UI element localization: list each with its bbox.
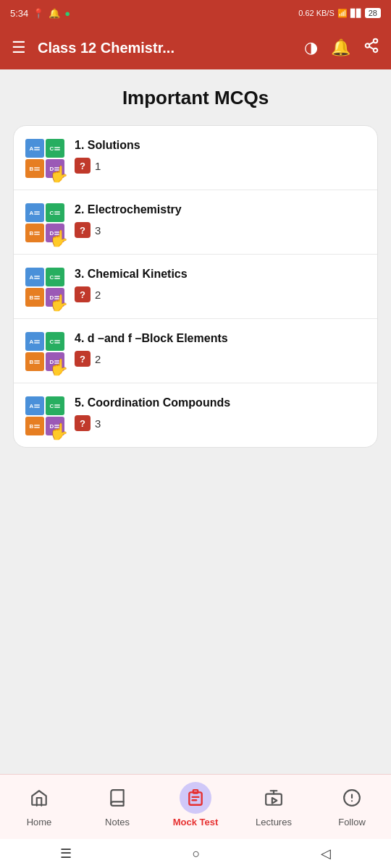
status-left: 5:34 📍 🔔 ●: [10, 8, 70, 19]
item-title: 1. Solutions: [75, 139, 366, 152]
item-meta: ? 2: [75, 286, 366, 302]
mcq-icon: A C B: [25, 203, 64, 242]
mcq-list-card: A C B: [13, 125, 378, 448]
time-display: 5:34: [10, 8, 28, 19]
item-info: 2. Electrochemistry ? 3: [75, 203, 366, 238]
sys-home-icon[interactable]: ○: [193, 846, 201, 861]
list-item[interactable]: A C B: [14, 255, 377, 319]
nav-notes[interactable]: Notes: [92, 782, 143, 827]
signal-icon: ▊▊: [350, 9, 362, 18]
battery-display: 28: [365, 8, 381, 18]
list-item[interactable]: A C B: [14, 126, 377, 190]
item-info: 3. Chemical Kinetics ? 2: [75, 268, 366, 302]
home-icon-wrap: [23, 782, 55, 814]
nav-notes-label: Notes: [105, 817, 130, 827]
nav-lectures[interactable]: Lectures: [248, 782, 299, 827]
dot-icon: ●: [64, 8, 70, 19]
svg-line-4: [369, 42, 374, 45]
data-speed: 0.62 KB/S: [298, 9, 335, 17]
top-bar-title: Class 12 Chemistr...: [38, 40, 304, 56]
item-title: 3. Chemical Kinetics: [75, 268, 366, 281]
item-count: 2: [95, 289, 101, 301]
item-count: 1: [95, 160, 101, 172]
notes-icon-wrap: [101, 782, 133, 814]
page-title: Important MCQs: [13, 87, 378, 109]
svg-rect-6: [189, 792, 201, 804]
wifi-icon: 📶: [337, 9, 348, 18]
top-bar: ☰ Class 12 Chemistr... ◑ 🔔: [0, 26, 391, 69]
finger-icon: 👆: [49, 229, 69, 248]
nav-mocktest[interactable]: Mock Test: [170, 782, 221, 827]
svg-marker-10: [272, 798, 277, 804]
sys-back-icon[interactable]: ◁: [321, 846, 331, 861]
nav-home-label: Home: [27, 817, 52, 827]
question-icon: ?: [75, 351, 91, 367]
bottom-nav: Home Notes Mock Test Le: [0, 774, 391, 839]
item-count: 3: [95, 417, 101, 430]
status-bar: 5:34 📍 🔔 ● 0.62 KB/S 📶 ▊▊ 28: [0, 0, 391, 26]
item-title: 4. d –and f –Block Elements: [75, 332, 366, 345]
lectures-icon-wrap: [258, 782, 290, 814]
question-icon: ?: [75, 222, 91, 238]
top-bar-icons: ◑ 🔔: [304, 38, 379, 58]
svg-line-3: [369, 46, 374, 49]
list-item[interactable]: A C B: [14, 383, 377, 447]
item-title: 5. Coordination Compounds: [75, 396, 366, 409]
question-icon: ?: [75, 286, 91, 302]
finger-icon: 👆: [49, 422, 69, 441]
menu-icon[interactable]: ☰: [12, 38, 26, 57]
list-item[interactable]: A C B: [14, 319, 377, 383]
system-bar: ☰ ○ ◁: [0, 839, 391, 868]
status-right: 0.62 KB/S 📶 ▊▊ 28: [298, 8, 381, 18]
item-count: 2: [95, 353, 101, 365]
gps-icon: 📍: [33, 8, 44, 19]
nav-mocktest-label: Mock Test: [173, 817, 219, 827]
mcq-icon: A C B: [25, 139, 64, 178]
follow-icon-wrap: [336, 782, 368, 814]
question-icon: ?: [75, 415, 91, 431]
nav-home[interactable]: Home: [14, 782, 64, 827]
question-icon: ?: [75, 158, 91, 174]
nav-lectures-label: Lectures: [256, 817, 292, 827]
item-meta: ? 3: [75, 222, 366, 238]
item-meta: ? 3: [75, 415, 366, 431]
item-info: 1. Solutions ? 1: [75, 139, 366, 174]
mcq-icon: A C B: [25, 332, 64, 371]
item-info: 4. d –and f –Block Elements ? 2: [75, 332, 366, 367]
item-meta: ? 1: [75, 158, 366, 174]
finger-icon: 👆: [49, 358, 69, 377]
finger-icon: 👆: [49, 165, 69, 184]
nav-follow-label: Follow: [338, 817, 366, 827]
alert-icon: 🔔: [49, 8, 60, 19]
mocktest-icon-wrap: [180, 782, 211, 814]
theme-toggle-icon[interactable]: ◑: [304, 38, 318, 57]
item-info: 5. Coordination Compounds ? 3: [75, 396, 366, 431]
finger-icon: 👆: [49, 294, 69, 312]
share-icon[interactable]: [363, 38, 379, 58]
list-item[interactable]: A C B: [14, 190, 377, 255]
nav-follow[interactable]: Follow: [327, 782, 377, 827]
mcq-icon: A C B: [25, 268, 64, 307]
notification-icon[interactable]: 🔔: [331, 38, 350, 57]
sys-menu-icon[interactable]: ☰: [60, 846, 72, 861]
item-meta: ? 2: [75, 351, 366, 367]
mcq-icon: A C B: [25, 396, 64, 435]
item-count: 3: [95, 224, 101, 237]
item-title: 2. Electrochemistry: [75, 203, 366, 216]
main-content: Important MCQs A C B: [0, 69, 391, 774]
